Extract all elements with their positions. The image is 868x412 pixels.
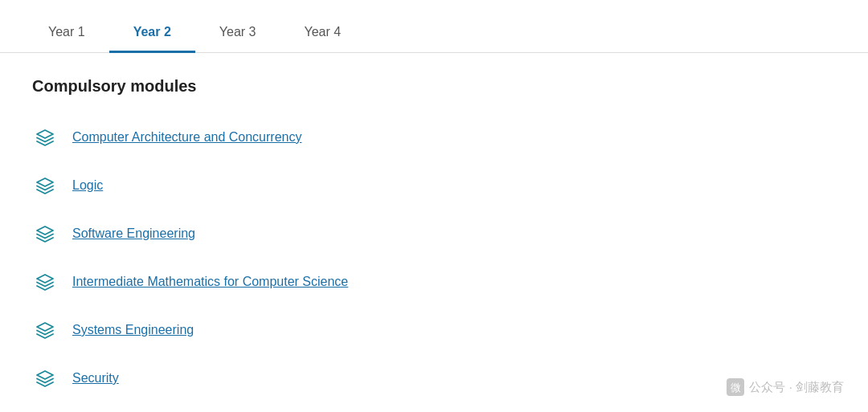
module-link-imcs[interactable]: Intermediate Mathematics for Computer Sc… bbox=[72, 275, 348, 289]
module-icon-cac bbox=[32, 124, 58, 150]
main-content: Compulsory modules Computer Architecture… bbox=[0, 53, 868, 412]
module-link-syseng[interactable]: Systems Engineering bbox=[72, 323, 194, 337]
module-item-se: Software Engineering bbox=[32, 210, 836, 258]
module-list: Computer Architecture and Concurrency Lo… bbox=[32, 113, 836, 402]
module-item-imcs: Intermediate Mathematics for Computer Sc… bbox=[32, 258, 836, 306]
tab-year4[interactable]: Year 4 bbox=[280, 25, 366, 53]
module-item-cac: Computer Architecture and Concurrency bbox=[32, 113, 836, 161]
layers-icon bbox=[34, 222, 56, 245]
module-link-sec[interactable]: Security bbox=[72, 371, 119, 385]
tabs-container: Year 1Year 2Year 3Year 4 bbox=[0, 0, 868, 53]
module-link-logic[interactable]: Logic bbox=[72, 178, 103, 193]
module-item-sec: Security bbox=[32, 354, 836, 402]
layers-icon bbox=[34, 126, 56, 149]
module-icon-imcs bbox=[32, 269, 58, 295]
tab-year2[interactable]: Year 2 bbox=[109, 25, 195, 53]
svg-text:微: 微 bbox=[731, 381, 741, 394]
tab-year1[interactable]: Year 1 bbox=[24, 25, 109, 53]
watermark-text: 公众号 · 剑藤教育 bbox=[749, 380, 844, 395]
module-link-cac[interactable]: Computer Architecture and Concurrency bbox=[72, 130, 301, 145]
watermark: 微 公众号 · 剑藤教育 bbox=[727, 378, 844, 396]
module-icon-se bbox=[32, 221, 58, 247]
module-icon-sec bbox=[32, 365, 58, 391]
section-title: Compulsory modules bbox=[32, 77, 836, 96]
wechat-icon: 微 bbox=[727, 378, 744, 396]
module-link-se[interactable]: Software Engineering bbox=[72, 226, 195, 241]
layers-icon bbox=[34, 319, 56, 341]
module-item-syseng: Systems Engineering bbox=[32, 306, 836, 354]
tab-year3[interactable]: Year 3 bbox=[195, 25, 280, 53]
layers-icon bbox=[34, 174, 56, 197]
layers-icon bbox=[34, 367, 56, 390]
page-container: Year 1Year 2Year 3Year 4 Compulsory modu… bbox=[0, 0, 868, 412]
module-item-logic: Logic bbox=[32, 161, 836, 210]
module-icon-logic bbox=[32, 173, 58, 198]
layers-icon bbox=[34, 271, 56, 293]
module-icon-syseng bbox=[32, 317, 58, 343]
